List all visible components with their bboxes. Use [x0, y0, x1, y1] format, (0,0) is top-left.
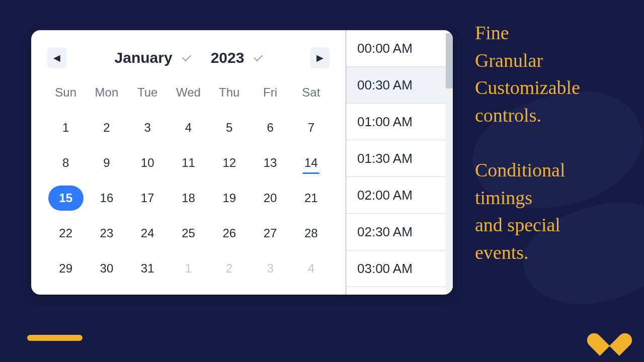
datetime-picker-card: ◀ January 2023 ▶ SunMonTueWedThuFriSat12…	[31, 30, 453, 295]
day-number: 1	[62, 121, 69, 135]
calendar-day[interactable]: 27	[250, 221, 290, 245]
chevron-left-icon: ◀	[53, 52, 60, 63]
day-number: 5	[226, 121, 232, 135]
year-label: 2023	[211, 49, 245, 66]
calendar-day[interactable]: 16	[86, 186, 127, 210]
scrollbar-thumb[interactable]	[446, 33, 453, 88]
weekday-header: Tue	[127, 85, 168, 105]
copy-line: Granular	[475, 50, 543, 71]
year-select[interactable]: 2023	[211, 49, 263, 66]
time-slot[interactable]: 01:30 AM	[346, 140, 453, 177]
calendar-day[interactable]: 5	[209, 116, 250, 140]
calendar-day[interactable]: 8	[45, 151, 86, 175]
calendar-grid: SunMonTueWedThuFriSat1234567891011121314…	[45, 85, 332, 281]
calendar-day-next-month[interactable]: 1	[168, 256, 209, 281]
calendar-day[interactable]: 21	[291, 186, 332, 210]
copy-line: and special	[475, 214, 560, 235]
month-select[interactable]: January	[115, 49, 191, 66]
copy-line: Conditional	[475, 159, 565, 180]
day-number: 11	[182, 156, 195, 170]
weekday-header: Sat	[291, 85, 332, 105]
calendar-day[interactable]: 25	[168, 221, 209, 245]
day-number: 19	[222, 191, 236, 205]
calendar-day[interactable]: 31	[127, 256, 168, 281]
day-number: 10	[141, 156, 154, 170]
calendar-day[interactable]: 11	[168, 151, 209, 175]
day-number: 20	[264, 191, 277, 205]
calendar-day[interactable]: 18	[168, 186, 209, 210]
calendar-day[interactable]: 22	[45, 221, 86, 245]
calendar-day[interactable]: 2	[86, 116, 127, 140]
weekday-header: Mon	[86, 85, 127, 105]
calendar-day-next-month[interactable]: 2	[209, 256, 250, 281]
copy-line: controls.	[475, 105, 541, 126]
month-label: January	[115, 49, 173, 66]
calendar-panel: ◀ January 2023 ▶ SunMonTueWedThuFriSat12…	[31, 30, 346, 295]
copy-line: Customizable	[475, 77, 580, 98]
calendar-day[interactable]: 6	[250, 116, 290, 140]
time-slot[interactable]: 02:00 AM	[346, 177, 453, 214]
time-slot[interactable]: 02:30 AM	[346, 214, 453, 250]
day-number: 23	[100, 226, 114, 240]
calendar-day[interactable]: 24	[127, 221, 168, 245]
time-slot[interactable]: 01:00 AM	[346, 104, 453, 140]
copy-line: timings	[475, 187, 532, 208]
calendar-day[interactable]: 7	[291, 116, 332, 140]
weekday-header: Wed	[168, 85, 209, 105]
weekday-header: Thu	[209, 85, 250, 105]
day-number: 2	[103, 121, 110, 135]
calendar-day[interactable]: 14	[291, 151, 332, 175]
calendar-day[interactable]: 30	[86, 256, 127, 281]
chevron-down-icon	[182, 52, 191, 61]
time-slot[interactable]: 00:30 AM	[346, 67, 453, 104]
calendar-day[interactable]: 17	[127, 186, 168, 210]
calendar-day-next-month[interactable]: 4	[291, 256, 332, 281]
month-year-display: January 2023	[115, 49, 263, 66]
chevron-right-icon: ▶	[316, 52, 324, 63]
calendar-day-next-month[interactable]: 3	[250, 256, 290, 281]
day-number: 16	[100, 191, 114, 205]
calendar-day[interactable]: 9	[86, 151, 127, 175]
day-number: 31	[141, 261, 154, 276]
calendar-day[interactable]: 10	[127, 151, 168, 175]
time-slot[interactable]: 00:00 AM	[346, 30, 453, 67]
day-number: 4	[308, 261, 314, 276]
calendar-day[interactable]: 23	[86, 221, 127, 245]
day-number: 6	[267, 121, 273, 135]
calendar-day[interactable]: 13	[250, 151, 290, 175]
day-number: 7	[308, 121, 314, 135]
day-number: 21	[304, 191, 318, 205]
calendar-day[interactable]: 29	[45, 256, 86, 281]
calendar-header: ◀ January 2023 ▶	[45, 47, 332, 68]
day-number: 3	[144, 121, 151, 135]
calendar-day[interactable]: 20	[250, 186, 290, 210]
day-number: 17	[141, 191, 154, 205]
prev-month-button[interactable]: ◀	[47, 47, 66, 68]
day-number: 9	[103, 156, 110, 170]
calendar-day[interactable]: 19	[209, 186, 250, 210]
day-number: 4	[185, 121, 192, 135]
day-number: 13	[264, 156, 277, 170]
copy-line: events.	[475, 242, 529, 263]
calendar-day-selected[interactable]: 15	[45, 186, 86, 210]
calendar-day[interactable]: 3	[127, 116, 168, 140]
calendar-day[interactable]: 28	[291, 221, 332, 245]
time-column: 00:00 AM00:30 AM01:00 AM01:30 AM02:00 AM…	[346, 30, 453, 295]
day-number: 22	[59, 226, 72, 240]
time-scrollbar[interactable]	[446, 33, 453, 292]
weekday-header: Fri	[250, 85, 290, 105]
chevron-down-icon	[254, 52, 263, 61]
time-slot[interactable]: 03:00 AM	[346, 250, 453, 287]
next-month-button[interactable]: ▶	[310, 47, 330, 68]
calendar-day[interactable]: 1	[45, 116, 86, 140]
calendar-day[interactable]: 4	[168, 116, 209, 140]
day-number: 27	[264, 226, 277, 240]
day-number: 29	[59, 261, 72, 276]
accent-bar	[27, 335, 83, 341]
day-number: 18	[182, 191, 195, 205]
day-number: 3	[267, 261, 273, 276]
calendar-day[interactable]: 12	[209, 151, 250, 175]
calendar-day[interactable]: 26	[209, 221, 250, 245]
day-number: 24	[141, 226, 154, 240]
day-number: 26	[222, 226, 236, 240]
